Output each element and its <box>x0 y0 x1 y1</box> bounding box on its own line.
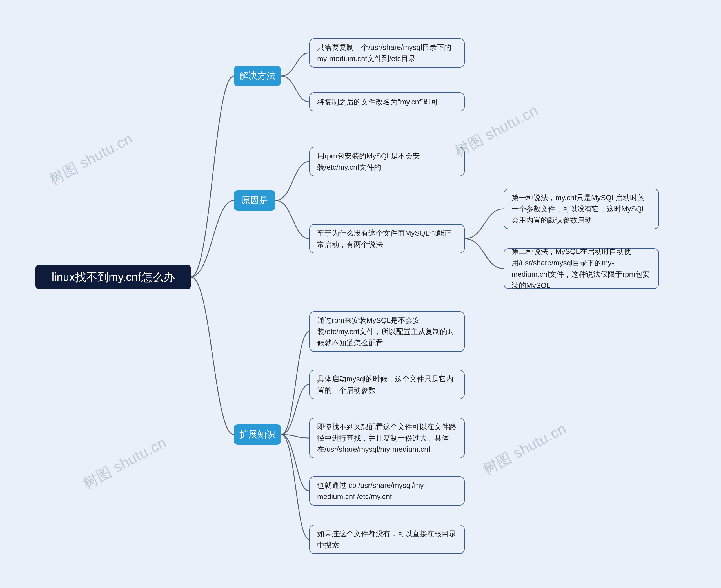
leaf-reason-1[interactable]: 用rpm包安装的MySQL是不会安装/etc/my.cnf文件的 <box>309 147 465 176</box>
leaf-extend-2[interactable]: 具体启动mysql的时候，这个文件只是它内置的一个启动参数 <box>309 370 465 399</box>
leaf-extend-2-text: 具体启动mysql的时候，这个文件只是它内置的一个启动参数 <box>317 373 457 396</box>
branch-reason-label: 原因是 <box>241 193 268 207</box>
leaf-reason-2b[interactable]: 第二种说法，MySQL在启动时自动使用/usr/share/mysql目录下的m… <box>503 248 659 289</box>
branch-extend[interactable]: 扩展知识 <box>234 424 281 445</box>
root-label: linux找不到my.cnf怎么办 <box>52 268 174 286</box>
leaf-reason-2a-text: 第一种说法，my.cnf只是MySQL启动时的一个参数文件，可以没有它，这时My… <box>512 192 651 226</box>
leaf-reason-1-text: 用rpm包安装的MySQL是不会安装/etc/my.cnf文件的 <box>317 150 457 173</box>
leaf-extend-1[interactable]: 通过rpm来安装MySQL是不会安装/etc/my.cnf文件，所以配置主从复制… <box>309 311 465 352</box>
leaf-solution-1[interactable]: 只需要复制一个/usr/share/mysql目录下的my-medium.cnf… <box>309 38 465 67</box>
leaf-reason-2b-text: 第二种说法，MySQL在启动时自动使用/usr/share/mysql目录下的m… <box>512 246 651 291</box>
leaf-extend-4-text: 也就通过 cp /usr/share/mysql/my-medium.cnf /… <box>317 480 457 502</box>
leaf-reason-2-text: 至于为什么没有这个文件而MySQL也能正常启动，有两个说法 <box>317 227 457 250</box>
root-node[interactable]: linux找不到my.cnf怎么办 <box>36 265 191 289</box>
leaf-extend-3-text: 即使找不到又想配置这个文件可以在文件路径中进行查找，并且复制一份过去。具体在/u… <box>317 421 457 455</box>
branch-reason[interactable]: 原因是 <box>234 190 275 211</box>
branch-solution[interactable]: 解决方法 <box>234 66 281 86</box>
watermark: 树图 shutu.cn <box>480 419 570 479</box>
leaf-extend-5[interactable]: 如果连这个文件都没有，可以直接在根目录中搜索 <box>309 525 465 554</box>
leaf-reason-2[interactable]: 至于为什么没有这个文件而MySQL也能正常启动，有两个说法 <box>309 224 465 253</box>
leaf-extend-1-text: 通过rpm来安装MySQL是不会安装/etc/my.cnf文件，所以配置主从复制… <box>317 315 457 349</box>
leaf-solution-1-text: 只需要复制一个/usr/share/mysql目录下的my-medium.cnf… <box>317 42 457 64</box>
leaf-solution-2-text: 将复制之后的文件改名为“my.cnf”即可 <box>317 96 438 107</box>
leaf-reason-2a[interactable]: 第一种说法，my.cnf只是MySQL启动时的一个参数文件，可以没有它，这时My… <box>503 189 659 229</box>
watermark: 树图 shutu.cn <box>80 433 170 493</box>
watermark: 树图 shutu.cn <box>46 129 136 189</box>
branch-extend-label: 扩展知识 <box>240 427 275 442</box>
leaf-extend-5-text: 如果连这个文件都没有，可以直接在根目录中搜索 <box>317 528 457 551</box>
branch-solution-label: 解决方法 <box>240 69 275 83</box>
leaf-solution-2[interactable]: 将复制之后的文件改名为“my.cnf”即可 <box>309 92 465 111</box>
leaf-extend-4[interactable]: 也就通过 cp /usr/share/mysql/my-medium.cnf /… <box>309 476 465 506</box>
leaf-extend-3[interactable]: 即使找不到又想配置这个文件可以在文件路径中进行查找，并且复制一份过去。具体在/u… <box>309 418 465 458</box>
watermark: 树图 shutu.cn <box>451 101 542 161</box>
